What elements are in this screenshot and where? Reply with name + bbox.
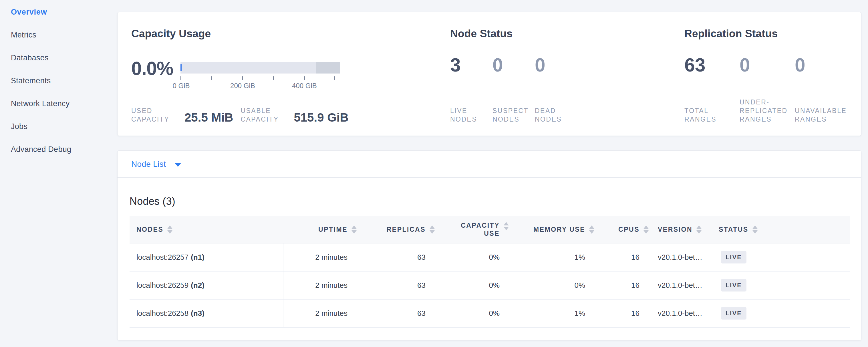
unavailable-ranges-stat: 0 UNAVAILABLE RANGES [795,54,850,124]
table-body: localhost:26257 (n1) 2 minutes 63 0% 1% … [129,244,850,327]
sidebar-item-jobs[interactable]: Jobs [0,115,117,138]
capacity-use-cell: 0% [435,299,509,327]
cpus-cell: 16 [594,299,649,327]
version-cell: v20.1.0-bet… [649,299,712,327]
status-cell: LIVE [712,272,850,299]
column-header-label: CPUS [618,226,640,233]
replicas-cell: 63 [356,299,435,327]
replicas-cell: 63 [356,272,435,299]
dead-nodes-value: 0 [535,54,577,76]
uptime-cell: 2 minutes [283,244,356,271]
sort-icon[interactable] [752,225,757,234]
node-address: localhost:26259 [136,281,188,290]
version-cell: v20.1.0-bet… [649,272,712,299]
total-ranges-label: TOTAL RANGES [684,106,725,124]
capacity-gauge-row: 0.0% 0 GiB 200 GiB [131,55,441,82]
sort-icon[interactable] [644,225,649,234]
sort-icon[interactable] [589,225,594,234]
view-selector-row: Node List [118,151,861,178]
capacity-gauge-chart: 0 GiB 200 GiB 400 GiB [181,62,340,73]
node-address: localhost:26258 [136,309,188,318]
column-header-status[interactable]: STATUS [712,216,850,243]
used-capacity-value: 25.5 MiB [184,112,233,124]
usable-capacity-label: USABLE CAPACITY [241,106,290,124]
sidebar-item-databases[interactable]: Databases [0,46,117,69]
node-list-card: Node List Nodes (3) NODES UPTIME REPLICA… [117,151,861,340]
node-list-dropdown[interactable]: Node List [131,160,166,169]
node-address-cell: localhost:26258 (n3) [129,299,283,327]
node-status-section: Node Status 3 LIVE NODES 0 SUSPECT NODES… [441,12,672,135]
node-status-stats: 3 LIVE NODES 0 SUSPECT NODES 0 DEAD NODE… [450,54,672,124]
replicas-cell: 63 [356,244,435,271]
app-root: Overview Metrics Databases Statements Ne… [0,0,868,347]
under-replicated-ranges-stat: 0 UNDER-REPLICATED RANGES [740,54,795,124]
dead-nodes-stat: 0 DEAD NODES [535,54,577,124]
sort-icon[interactable] [351,225,356,234]
column-header-label: VERSION [658,226,692,233]
capacity-used-percent: 0.0% [131,57,173,80]
replication-status-stats: 63 TOTAL RANGES 0 UNDER-REPLICATED RANGE… [684,54,861,124]
table-row[interactable]: localhost:26258 (n3) 2 minutes 63 0% 1% … [129,299,850,327]
memory-use-cell: 1% [509,244,594,271]
status-badge: LIVE [721,251,746,263]
table-row[interactable]: localhost:26259 (n2) 2 minutes 63 0% 0% … [129,272,850,299]
axis-tick-label: 400 GiB [292,82,317,90]
axis-tick [181,76,181,80]
node-id: (n1) [191,253,205,262]
total-ranges-value: 63 [684,54,740,76]
uptime-cell: 2 minutes [283,272,356,299]
sort-icon[interactable] [167,225,173,234]
capacity-usage-title: Capacity Usage [131,27,441,40]
suspect-nodes-label: SUSPECT NODES [493,106,533,124]
axis-tick [242,76,243,80]
sidebar-item-metrics[interactable]: Metrics [0,24,117,46]
column-header-label: REPLICAS [387,226,426,233]
usable-capacity-stat: USABLE CAPACITY 515.9 GiB [241,106,348,124]
cluster-summary-card: Capacity Usage 0.0% 0 Gi [117,12,861,136]
capacity-stats-row: USED CAPACITY 25.5 MiB USABLE CAPACITY 5… [131,106,441,124]
sort-icon[interactable] [430,225,435,234]
node-status-title: Node Status [450,27,672,40]
axis-tick [334,76,335,80]
node-id: (n3) [191,309,205,318]
suspect-nodes-value: 0 [493,54,535,76]
capacity-usage-section: Capacity Usage 0.0% 0 Gi [118,12,441,135]
column-header-memory-use[interactable]: MEMORY USE [509,216,594,243]
node-id: (n2) [191,281,205,290]
sidebar-item-advanced-debug[interactable]: Advanced Debug [0,138,117,161]
sort-icon[interactable] [696,225,702,234]
column-header-replicas[interactable]: REPLICAS [356,216,435,243]
column-header-capacity-use[interactable]: CAPACITY USE [435,216,509,243]
cpus-cell: 16 [594,272,649,299]
uptime-cell: 2 minutes [283,299,356,327]
status-cell: LIVE [712,299,850,327]
capacity-reserved-segment [316,62,340,73]
sidebar-item-statements[interactable]: Statements [0,69,117,92]
column-header-nodes[interactable]: NODES [129,216,283,243]
column-header-cpus[interactable]: CPUS [594,216,649,243]
unavailable-ranges-label: UNAVAILABLE RANGES [795,106,856,124]
live-nodes-value: 3 [450,54,493,76]
used-capacity-label: USED CAPACITY [131,106,181,124]
status-badge: LIVE [721,307,746,319]
capacity-gauge-track [181,62,340,73]
column-header-uptime[interactable]: UPTIME [283,216,356,243]
capacity-used-bar [181,64,182,70]
table-row[interactable]: localhost:26257 (n1) 2 minutes 63 0% 1% … [129,244,850,272]
axis-tick-label: 0 GiB [173,82,190,90]
total-ranges-stat: 63 TOTAL RANGES [684,54,740,124]
sort-icon[interactable] [504,222,509,230]
status-cell: LIVE [712,244,850,271]
under-replicated-ranges-value: 0 [740,54,795,76]
sidebar-item-overview[interactable]: Overview [0,1,117,24]
column-header-version[interactable]: VERSION [649,216,712,243]
memory-use-cell: 1% [509,299,594,327]
live-nodes-stat: 3 LIVE NODES [450,54,493,124]
dead-nodes-label: DEAD NODES [535,106,567,124]
nodes-table: Nodes (3) NODES UPTIME REPLICAS [129,195,850,327]
capacity-use-cell: 0% [435,272,509,299]
column-header-label: STATUS [719,226,748,233]
column-header-label: NODES [136,226,163,233]
sidebar-item-network-latency[interactable]: Network Latency [0,92,117,115]
caret-down-icon[interactable] [175,163,181,167]
